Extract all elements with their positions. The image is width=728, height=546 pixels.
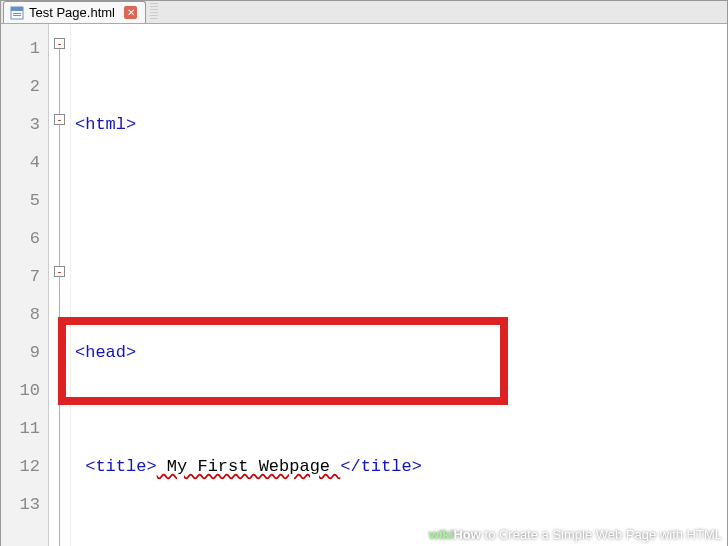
line-number: 9 (1, 334, 40, 372)
line-number: 13 (1, 486, 40, 524)
line-number: 10 (1, 372, 40, 410)
code-area[interactable]: <html> <head> <title> My First Webpage <… (71, 24, 727, 546)
svg-rect-1 (11, 7, 23, 11)
line-number: 5 (1, 182, 40, 220)
fold-toggle[interactable]: - (54, 114, 65, 125)
tab-bar: Test Page.html ✕ (1, 1, 727, 24)
line-number: 1 (1, 30, 40, 68)
code-editor[interactable]: 1 2 3 4 5 6 7 8 9 10 11 12 13 - - - <htm… (1, 24, 727, 546)
file-tab[interactable]: Test Page.html ✕ (3, 1, 146, 23)
line-number: 3 (1, 106, 40, 144)
tab-grip (150, 3, 158, 21)
line-number-gutter: 1 2 3 4 5 6 7 8 9 10 11 12 13 (1, 24, 49, 546)
line-number: 11 (1, 410, 40, 448)
code-line: <html> (75, 106, 727, 144)
html-file-icon (10, 6, 24, 20)
editor-window: Test Page.html ✕ 1 2 3 4 5 6 7 8 9 10 11… (0, 0, 728, 546)
watermark: wikiHow to Create a Simple Web Page with… (429, 527, 722, 542)
code-line: <head> (75, 334, 727, 372)
svg-rect-3 (13, 15, 21, 16)
code-line (75, 220, 727, 258)
code-line: <title> My First Webpage </title> (75, 448, 727, 486)
close-tab-button[interactable]: ✕ (124, 6, 137, 19)
line-number: 12 (1, 448, 40, 486)
line-number: 7 (1, 258, 40, 296)
line-number: 2 (1, 68, 40, 106)
fold-column: - - - (49, 24, 71, 546)
line-number: 8 (1, 296, 40, 334)
fold-toggle[interactable]: - (54, 266, 65, 277)
svg-rect-2 (13, 13, 21, 14)
tab-filename: Test Page.html (29, 5, 115, 20)
watermark-brand: wiki (429, 527, 454, 542)
fold-toggle[interactable]: - (54, 38, 65, 49)
line-number: 6 (1, 220, 40, 258)
line-number: 4 (1, 144, 40, 182)
